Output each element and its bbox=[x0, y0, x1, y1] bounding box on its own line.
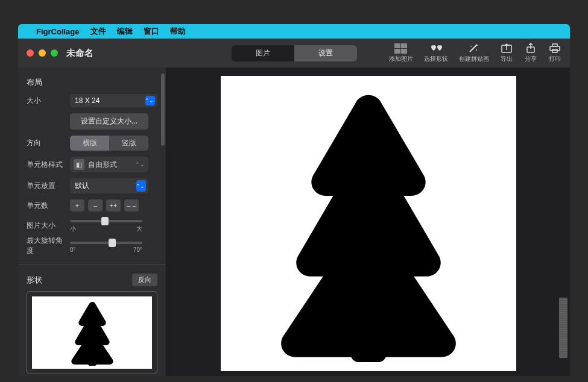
cell-count-stepper: + – ++ – – bbox=[70, 199, 139, 211]
orientation-portrait[interactable]: 竖版 bbox=[109, 136, 148, 151]
shape-section-title: 形状 bbox=[27, 275, 42, 286]
svg-rect-8 bbox=[88, 357, 96, 366]
cell-count-plus-double[interactable]: ++ bbox=[106, 199, 121, 211]
view-tabs: 图片 设置 bbox=[232, 45, 357, 61]
window-title: 未命名 bbox=[66, 48, 93, 59]
custom-size-button[interactable]: 设置自定义大小... bbox=[70, 113, 148, 130]
print-button[interactable]: 打印 bbox=[548, 43, 561, 63]
shape-preview-box[interactable] bbox=[27, 291, 157, 374]
divider bbox=[18, 265, 166, 265]
svg-rect-5 bbox=[550, 46, 560, 51]
tree-shape-icon bbox=[62, 299, 122, 366]
tab-pictures[interactable]: 图片 bbox=[232, 45, 294, 61]
pic-size-max: 大 bbox=[136, 225, 142, 233]
minimize-button[interactable] bbox=[39, 49, 46, 57]
share-icon bbox=[524, 43, 537, 54]
pic-size-min: 小 bbox=[70, 225, 76, 233]
cell-count-minus-double[interactable]: – – bbox=[124, 199, 139, 211]
cell-style-select[interactable]: ◧ 自由形式 ⌃⌄ bbox=[70, 157, 148, 172]
cell-count-label: 单元数 bbox=[27, 201, 65, 211]
rotation-slider[interactable] bbox=[70, 242, 142, 244]
close-button[interactable] bbox=[27, 49, 34, 57]
rotation-max: 70° bbox=[133, 246, 142, 253]
tree-shape-icon bbox=[242, 85, 495, 362]
monitor-scrollbar[interactable] bbox=[559, 298, 567, 358]
menu-help[interactable]: 帮助 bbox=[170, 26, 186, 37]
orientation-label: 方向 bbox=[27, 138, 65, 148]
menu-window[interactable]: 窗口 bbox=[144, 26, 159, 37]
app-name[interactable]: FigrCollage bbox=[36, 27, 80, 36]
sidebar-scrollbar[interactable] bbox=[161, 74, 165, 370]
invert-button[interactable]: 反向 bbox=[132, 274, 157, 286]
placement-label: 单元放置 bbox=[27, 181, 65, 191]
titlebar: 未命名 图片 设置 添加图片 选择形状 bbox=[18, 39, 570, 67]
size-select[interactable]: 18 X 24 ⌃⌄ bbox=[70, 94, 157, 107]
svg-rect-9 bbox=[350, 327, 386, 362]
svg-rect-6 bbox=[552, 44, 557, 46]
cell-count-plus[interactable]: + bbox=[70, 199, 84, 211]
menu-file[interactable]: 文件 bbox=[90, 26, 106, 37]
collage-canvas[interactable] bbox=[221, 76, 516, 371]
orientation-landscape[interactable]: 横版 bbox=[70, 136, 109, 151]
cell-count-minus[interactable]: – bbox=[88, 199, 103, 211]
size-label: 大小 bbox=[27, 96, 65, 106]
wand-icon bbox=[467, 43, 481, 54]
placement-select[interactable]: 默认 ⌃⌄ bbox=[70, 178, 148, 193]
freeform-icon: ◧ bbox=[74, 159, 84, 170]
photos-grid-icon bbox=[394, 43, 408, 54]
chevron-updown-icon: ⌃⌄ bbox=[145, 98, 153, 104]
shape-preview-canvas bbox=[32, 296, 152, 369]
create-collage-button[interactable]: 创建拼贴画 bbox=[459, 43, 489, 63]
toolbar: 添加图片 选择形状 创建拼贴画 bbox=[389, 43, 561, 63]
menu-edit[interactable]: 编辑 bbox=[117, 26, 133, 37]
main-canvas-area bbox=[166, 67, 570, 376]
export-icon bbox=[500, 43, 513, 54]
app-window: 未命名 图片 设置 添加图片 选择形状 bbox=[18, 39, 570, 376]
add-pictures-button[interactable]: 添加图片 bbox=[389, 43, 413, 63]
svg-point-2 bbox=[476, 49, 477, 51]
layout-section-title: 布局 bbox=[27, 77, 157, 88]
printer-icon bbox=[548, 43, 561, 54]
svg-point-0 bbox=[477, 45, 478, 46]
chevron-updown-icon: ⌃⌄ bbox=[136, 183, 144, 189]
traffic-lights bbox=[27, 49, 58, 57]
select-shape-button[interactable]: 选择形状 bbox=[424, 43, 448, 63]
share-button[interactable]: 分享 bbox=[524, 43, 537, 63]
system-menubar: FigrCollage 文件 编辑 窗口 帮助 bbox=[18, 24, 570, 39]
orientation-toggle: 横版 竖版 bbox=[70, 136, 148, 151]
tab-settings[interactable]: 设置 bbox=[294, 45, 357, 61]
zoom-button[interactable] bbox=[51, 49, 58, 57]
rotation-min: 0° bbox=[70, 246, 76, 253]
export-button[interactable]: 导出 bbox=[500, 43, 513, 63]
hearts-icon bbox=[429, 43, 443, 54]
rotation-label: 最大旋转角度 bbox=[27, 236, 65, 256]
pic-size-slider[interactable] bbox=[70, 220, 142, 222]
cell-style-label: 单元格样式 bbox=[27, 160, 65, 170]
chevron-updown-icon: ⌃⌄ bbox=[135, 161, 145, 168]
svg-point-1 bbox=[470, 46, 472, 47]
pic-size-label: 图片大小 bbox=[27, 221, 65, 231]
settings-sidebar: 布局 大小 18 X 24 ⌃⌄ 设置自定义大小... 方向 横版 竖版 bbox=[18, 67, 166, 376]
